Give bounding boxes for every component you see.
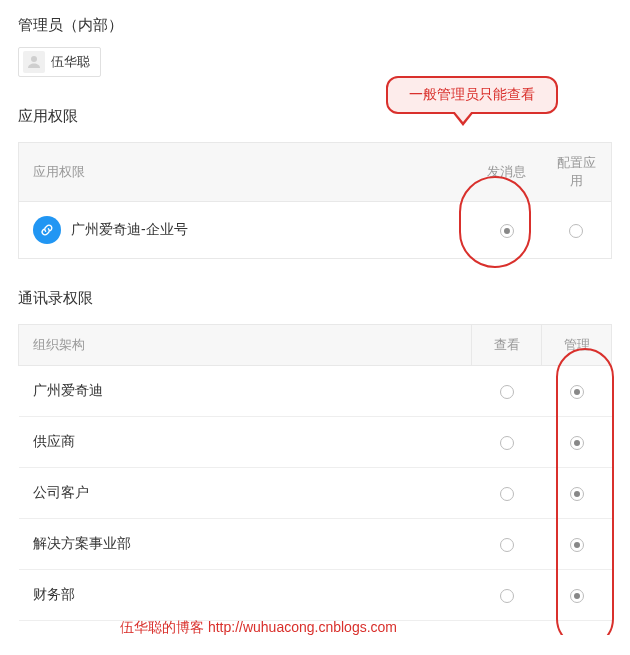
radio-manage[interactable] — [570, 487, 584, 501]
callout-text: 一般管理员只能查看 — [409, 86, 535, 102]
section-title-admins: 管理员（内部） — [18, 16, 612, 35]
radio-view[interactable] — [500, 538, 514, 552]
org-name: 财务部 — [19, 570, 472, 621]
col-header-org: 组织架构 — [19, 325, 472, 366]
radio-view[interactable] — [500, 385, 514, 399]
org-name: 公司客户 — [19, 468, 472, 519]
table-row: 公司客户 — [19, 468, 612, 519]
org-name: 广州爱奇迪 — [19, 366, 472, 417]
contact-permissions-table-wrap: 组织架构 查看 管理 广州爱奇迪供应商公司客户解决方案事业部财务部 — [0, 324, 630, 635]
section-title-contact-perm: 通讯录权限 — [18, 289, 612, 308]
radio-manage[interactable] — [570, 436, 584, 450]
svg-point-0 — [31, 56, 37, 62]
app-permissions-table-wrap: 应用权限 发消息 配置应用 广州爱奇迪-企业号 — [0, 142, 630, 273]
radio-view[interactable] — [500, 589, 514, 603]
app-name: 广州爱奇迪-企业号 — [71, 221, 188, 239]
app-icon — [33, 216, 61, 244]
app-permissions-table: 应用权限 发消息 配置应用 广州爱奇迪-企业号 — [18, 142, 612, 259]
admin-name: 伍华聪 — [51, 53, 90, 71]
table-row: 广州爱奇迪 — [19, 366, 612, 417]
contact-permissions-table: 组织架构 查看 管理 广州爱奇迪供应商公司客户解决方案事业部财务部 — [18, 324, 612, 621]
watermark: 伍华聪的博客 http://wuhuacong.cnblogs.com — [120, 619, 397, 635]
callout-bubble: 一般管理员只能查看 — [386, 76, 558, 114]
col-header-manage: 管理 — [542, 325, 612, 366]
radio-manage[interactable] — [570, 589, 584, 603]
radio-manage[interactable] — [570, 538, 584, 552]
admin-chip[interactable]: 伍华聪 — [18, 47, 101, 77]
radio-view[interactable] — [500, 436, 514, 450]
org-name: 供应商 — [19, 417, 472, 468]
col-header-app-name: 应用权限 — [19, 143, 472, 202]
table-row: 广州爱奇迪-企业号 — [19, 202, 612, 259]
radio-view[interactable] — [500, 487, 514, 501]
radio-send[interactable] — [500, 224, 514, 238]
person-icon — [25, 53, 43, 71]
table-row: 财务部 — [19, 570, 612, 621]
avatar — [23, 51, 45, 73]
col-header-view: 查看 — [472, 325, 542, 366]
col-header-send: 发消息 — [472, 143, 542, 202]
app-row: 广州爱奇迪-企业号 — [33, 216, 458, 244]
col-header-config: 配置应用 — [542, 143, 612, 202]
radio-manage[interactable] — [570, 385, 584, 399]
table-row: 解决方案事业部 — [19, 519, 612, 570]
table-row: 供应商 — [19, 417, 612, 468]
radio-config[interactable] — [569, 224, 583, 238]
org-name: 解决方案事业部 — [19, 519, 472, 570]
contact-permissions-section: 通讯录权限 — [0, 273, 630, 324]
chain-icon — [39, 222, 55, 238]
